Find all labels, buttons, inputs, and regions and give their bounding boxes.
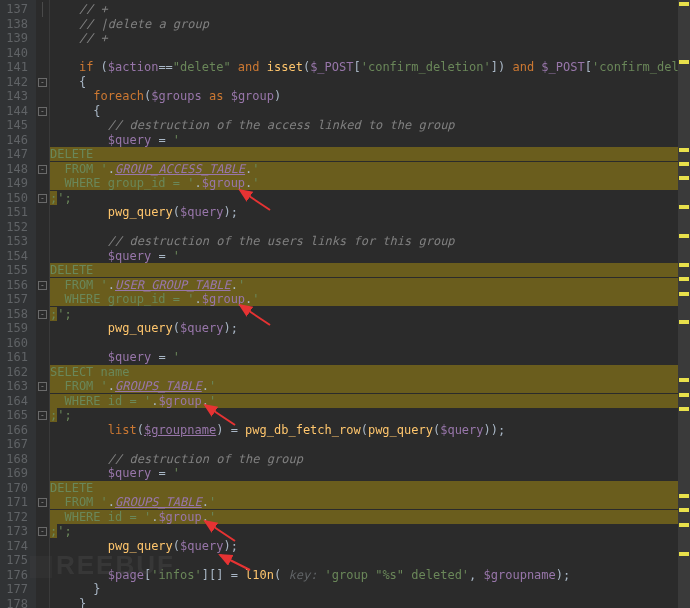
marker[interactable] [679, 148, 689, 152]
fold-toggle[interactable]: - [38, 165, 47, 174]
fold-toggle[interactable]: - [38, 498, 47, 507]
marker[interactable] [679, 393, 689, 397]
line-number: 159 [0, 321, 28, 336]
line-number: 147 [0, 147, 28, 162]
line-number: 137 [0, 2, 28, 17]
marker[interactable] [679, 2, 689, 6]
fold-toggle[interactable]: - [38, 107, 47, 116]
line-number: 170 [0, 481, 28, 496]
brace: } [79, 597, 86, 609]
sql-delete: DELETE [50, 147, 93, 161]
sql-delete: DELETE [50, 263, 93, 277]
marker[interactable] [679, 234, 689, 238]
function-call: pwg_query [108, 205, 173, 219]
line-number-gutter: 137 138 139 140 141 142 143 144 145 146 … [0, 0, 36, 608]
line-number: 145 [0, 118, 28, 133]
code-line [50, 46, 690, 61]
marker[interactable] [679, 277, 689, 281]
comment: // destruction of the users links for th… [108, 234, 455, 248]
line-number: 166 [0, 423, 28, 438]
line-number: 143 [0, 89, 28, 104]
fold-toggle[interactable]: - [38, 194, 47, 203]
line-number: 140 [0, 46, 28, 61]
keyword-foreach: foreach [93, 89, 144, 103]
line-number: 152 [0, 220, 28, 235]
line-number: 153 [0, 234, 28, 249]
sql-delete: DELETE [50, 481, 93, 495]
marker[interactable] [679, 60, 689, 64]
line-number: 164 [0, 394, 28, 409]
line-number: 165 [0, 408, 28, 423]
marker[interactable] [679, 292, 689, 296]
watermark: REEBUF [30, 550, 175, 581]
line-number: 158 [0, 307, 28, 322]
marker[interactable] [679, 508, 689, 512]
line-number: 157 [0, 292, 28, 307]
comment: // |delete a group [79, 17, 209, 31]
line-number: 142 [0, 75, 28, 90]
sql-select: SELECT name [50, 365, 129, 379]
line-number: 173 [0, 524, 28, 539]
line-number: 154 [0, 249, 28, 264]
line-number: 156 [0, 278, 28, 293]
fold-toggle[interactable]: - [38, 527, 47, 536]
line-number: 177 [0, 582, 28, 597]
comment: // + [79, 31, 108, 45]
line-number: 139 [0, 31, 28, 46]
line-number: 141 [0, 60, 28, 75]
line-number: 160 [0, 336, 28, 351]
markers-strip[interactable] [678, 0, 690, 608]
line-number: 146 [0, 133, 28, 148]
brace: } [93, 582, 100, 596]
marker[interactable] [679, 320, 689, 324]
line-number: 144 [0, 104, 28, 119]
line-number: 171 [0, 495, 28, 510]
marker[interactable] [679, 494, 689, 498]
marker[interactable] [679, 176, 689, 180]
line-number: 172 [0, 510, 28, 525]
line-number: 149 [0, 176, 28, 191]
line-number: 174 [0, 539, 28, 554]
marker[interactable] [679, 263, 689, 267]
line-number: 167 [0, 437, 28, 452]
comment: // destruction of the access linked to t… [108, 118, 455, 132]
function-call: pwg_query [108, 321, 173, 335]
brace: { [79, 75, 86, 89]
line-number: 178 [0, 597, 28, 609]
line-number: 176 [0, 568, 28, 583]
line-number: 161 [0, 350, 28, 365]
fold-toggle[interactable]: - [38, 382, 47, 391]
marker[interactable] [679, 162, 689, 166]
line-number: 151 [0, 205, 28, 220]
fold-toggle[interactable]: - [38, 411, 47, 420]
fold-gutter: - - - - - - - - - - [36, 0, 50, 608]
marker[interactable] [679, 523, 689, 527]
marker[interactable] [679, 205, 689, 209]
line-number: 162 [0, 365, 28, 380]
fold-toggle[interactable]: - [38, 281, 47, 290]
comment: // destruction of the group [108, 452, 303, 466]
line-number: 168 [0, 452, 28, 467]
line-number: 150 [0, 191, 28, 206]
line-number: 169 [0, 466, 28, 481]
marker[interactable] [679, 552, 689, 556]
line-number: 155 [0, 263, 28, 278]
marker[interactable] [679, 378, 689, 382]
code-editor: 137 138 139 140 141 142 143 144 145 146 … [0, 0, 690, 608]
comment: // + [79, 2, 108, 16]
marker[interactable] [679, 407, 689, 411]
keyword-if: if [79, 60, 93, 74]
line-number: 175 [0, 553, 28, 568]
line-number: 148 [0, 162, 28, 177]
fold-toggle[interactable]: - [38, 78, 47, 87]
code-area[interactable]: // + // |delete a group // + if ($action… [50, 0, 690, 608]
line-number: 163 [0, 379, 28, 394]
line-number: 138 [0, 17, 28, 32]
fold-toggle[interactable]: - [38, 310, 47, 319]
brace: { [93, 104, 100, 118]
